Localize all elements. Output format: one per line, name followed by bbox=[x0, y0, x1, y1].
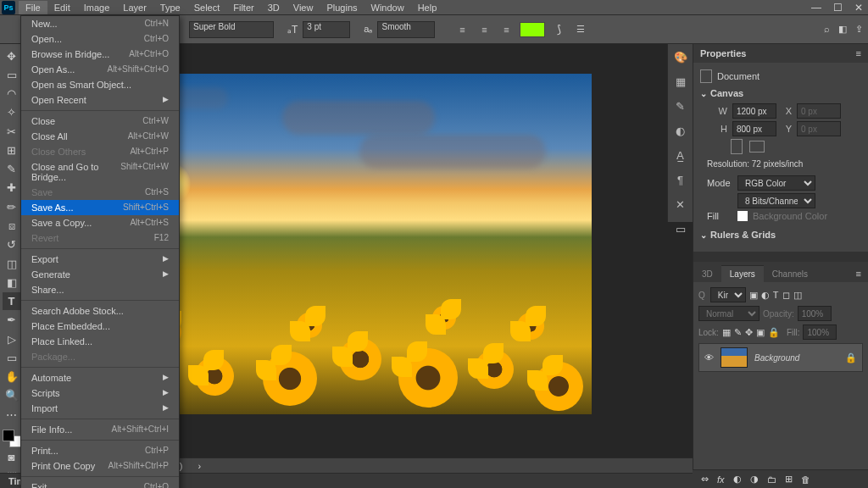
fg-bg-colors[interactable] bbox=[3, 430, 21, 446]
menu-type[interactable]: Type bbox=[153, 1, 187, 14]
hand-tool[interactable]: ✋ bbox=[3, 369, 21, 385]
menu-window[interactable]: Window bbox=[364, 1, 411, 14]
filter-type-icon[interactable]: T bbox=[773, 290, 779, 300]
menuitem-exit[interactable]: ExitCtrl+Q bbox=[21, 480, 179, 488]
fill-input[interactable] bbox=[803, 324, 837, 340]
lock-move-icon[interactable]: ✥ bbox=[745, 327, 753, 338]
menuitem-open-as-smart-object[interactable]: Open as Smart Object... bbox=[21, 77, 179, 92]
more-tools[interactable]: ⋯ bbox=[3, 406, 21, 423]
menu-plugins[interactable]: Plugins bbox=[320, 1, 364, 14]
menuitem-export[interactable]: Export▶ bbox=[21, 252, 179, 267]
menuitem-open-recent[interactable]: Open Recent▶ bbox=[21, 92, 179, 108]
menu-view[interactable]: View bbox=[287, 1, 320, 14]
opacity-input[interactable] bbox=[798, 306, 832, 321]
depth-select[interactable]: 8 Bits/Channel bbox=[737, 193, 815, 208]
stamp-tool[interactable]: ⧇ bbox=[3, 217, 21, 234]
menuitem-automate[interactable]: Automate▶ bbox=[21, 370, 179, 385]
trash-icon[interactable]: 🗑 bbox=[801, 474, 810, 485]
gradient-tool[interactable]: ◧ bbox=[3, 274, 21, 291]
menuitem-generate[interactable]: Generate▶ bbox=[21, 267, 179, 282]
menu-help[interactable]: Help bbox=[411, 1, 444, 14]
zoom-tool[interactable]: 🔍 bbox=[3, 387, 21, 404]
menuitem-open-as[interactable]: Open As...Alt+Shift+Ctrl+O bbox=[21, 62, 179, 77]
menuitem-scripts[interactable]: Scripts▶ bbox=[21, 385, 179, 401]
menuitem-share[interactable]: Share... bbox=[21, 282, 179, 297]
mask-icon[interactable]: ◐ bbox=[733, 474, 742, 485]
menu-filter[interactable]: Filter bbox=[226, 1, 260, 14]
pen-tool[interactable]: ✒ bbox=[3, 312, 21, 329]
blend-mode-select[interactable]: Normal bbox=[698, 306, 760, 321]
tab-layers[interactable]: Layers bbox=[721, 265, 764, 282]
history-brush-tool[interactable]: ↺ bbox=[3, 236, 21, 253]
move-tool[interactable]: ✥ bbox=[3, 47, 21, 64]
brush-tool[interactable]: ✏ bbox=[3, 198, 21, 215]
menuitem-close-all[interactable]: Close AllAlt+Ctrl+W bbox=[21, 129, 179, 144]
warp-text-button[interactable]: ⟆ bbox=[550, 21, 567, 38]
lasso-tool[interactable]: ◠ bbox=[3, 86, 21, 103]
filter-adjust-icon[interactable]: ◐ bbox=[761, 290, 770, 301]
filter-image-icon[interactable]: ▣ bbox=[749, 290, 758, 301]
kind-filter-select[interactable]: Kind bbox=[710, 287, 746, 302]
character-panel-icon[interactable]: A̲ bbox=[676, 149, 684, 162]
menu-3d[interactable]: 3D bbox=[261, 1, 287, 14]
portrait-icon[interactable] bbox=[731, 139, 743, 154]
lock-all-icon[interactable]: 🔒 bbox=[768, 327, 780, 338]
minimize-icon[interactable]: — bbox=[811, 2, 821, 14]
visibility-icon[interactable]: 👁 bbox=[704, 352, 714, 363]
paragraph-panel-button[interactable]: ☰ bbox=[572, 21, 589, 38]
lock-pixels-icon[interactable]: ▦ bbox=[722, 327, 731, 338]
lock-icon[interactable]: 🔒 bbox=[845, 352, 857, 363]
menuitem-new[interactable]: New...Ctrl+N bbox=[21, 16, 179, 31]
filter-smart-icon[interactable]: ◫ bbox=[793, 290, 802, 301]
group-icon[interactable]: 🗀 bbox=[767, 474, 776, 485]
wand-tool[interactable]: ✧ bbox=[3, 104, 21, 121]
layer-name[interactable]: Background bbox=[754, 353, 799, 363]
menuitem-import[interactable]: Import▶ bbox=[21, 401, 179, 416]
close-icon[interactable]: ✕ bbox=[854, 2, 863, 14]
menu-file[interactable]: File bbox=[19, 1, 47, 14]
align-center-button[interactable]: ≡ bbox=[476, 21, 492, 38]
panel-menu-icon[interactable]: ≡ bbox=[849, 265, 868, 282]
tab-3d[interactable]: 3D bbox=[693, 266, 721, 282]
marquee-tool[interactable]: ▭ bbox=[3, 66, 21, 83]
menuitem-browse-in-bridge[interactable]: Browse in Bridge...Alt+Ctrl+O bbox=[21, 47, 179, 62]
new-layer-icon[interactable]: ⊞ bbox=[785, 474, 793, 485]
menuitem-place-embedded[interactable]: Place Embedded... bbox=[21, 319, 179, 334]
layer-thumbnail[interactable] bbox=[721, 347, 748, 368]
swatches-panel-icon[interactable]: ▦ bbox=[676, 75, 686, 88]
menu-image[interactable]: Image bbox=[77, 1, 117, 14]
type-tool[interactable]: T bbox=[3, 292, 21, 309]
link-layers-icon[interactable]: ⇔ bbox=[701, 474, 709, 485]
layer-row[interactable]: 👁 Background 🔒 bbox=[698, 343, 863, 372]
menuitem-close[interactable]: CloseCtrl+W bbox=[21, 114, 179, 129]
canvas-section-header[interactable]: ⌄ Canvas bbox=[700, 88, 861, 98]
text-color-swatch[interactable] bbox=[520, 22, 545, 37]
width-input[interactable] bbox=[732, 103, 776, 119]
menuitem-save-a-copy[interactable]: Save a Copy...Alt+Ctrl+S bbox=[21, 215, 179, 230]
history-panel-icon[interactable]: ▭ bbox=[676, 223, 686, 236]
aa-select[interactable]: Smooth bbox=[377, 21, 435, 38]
mode-select[interactable]: RGB Color bbox=[737, 175, 815, 191]
path-tool[interactable]: ▷ bbox=[3, 330, 21, 347]
menuitem-place-linked[interactable]: Place Linked... bbox=[21, 334, 179, 349]
quick-mask-tool[interactable]: ◙ bbox=[3, 449, 21, 466]
font-weight-select[interactable]: Super Bold bbox=[189, 21, 274, 38]
menu-edit[interactable]: Edit bbox=[47, 1, 77, 14]
fill-swatch[interactable] bbox=[737, 211, 748, 221]
heal-tool[interactable]: ✚ bbox=[3, 180, 21, 197]
eyedropper-tool[interactable]: ✎ bbox=[3, 161, 21, 178]
align-right-button[interactable]: ≡ bbox=[498, 21, 515, 38]
rulers-section-header[interactable]: ⌄ Rulers & Grids bbox=[700, 230, 861, 240]
frame-tool[interactable]: ⊞ bbox=[3, 141, 21, 158]
height-input[interactable] bbox=[732, 121, 776, 136]
menuitem-print[interactable]: Print...Ctrl+P bbox=[21, 443, 179, 458]
menuitem-close-and-go-to-bridge[interactable]: Close and Go to Bridge...Shift+Ctrl+W bbox=[21, 159, 179, 185]
menuitem-search-adobe-stock[interactable]: Search Adobe Stock... bbox=[21, 303, 179, 319]
paragraph-panel-icon[interactable]: ¶ bbox=[677, 174, 683, 186]
align-left-button[interactable]: ≡ bbox=[453, 21, 470, 38]
color-panel-icon[interactable]: 🎨 bbox=[674, 51, 687, 64]
menuitem-open[interactable]: Open...Ctrl+O bbox=[21, 31, 179, 47]
menuitem-file-info[interactable]: File Info...Alt+Shift+Ctrl+I bbox=[21, 422, 179, 437]
menuitem-print-one-copy[interactable]: Print One CopyAlt+Shift+Ctrl+P bbox=[21, 458, 179, 474]
properties-panel-header[interactable]: Properties ≡ bbox=[693, 44, 868, 63]
